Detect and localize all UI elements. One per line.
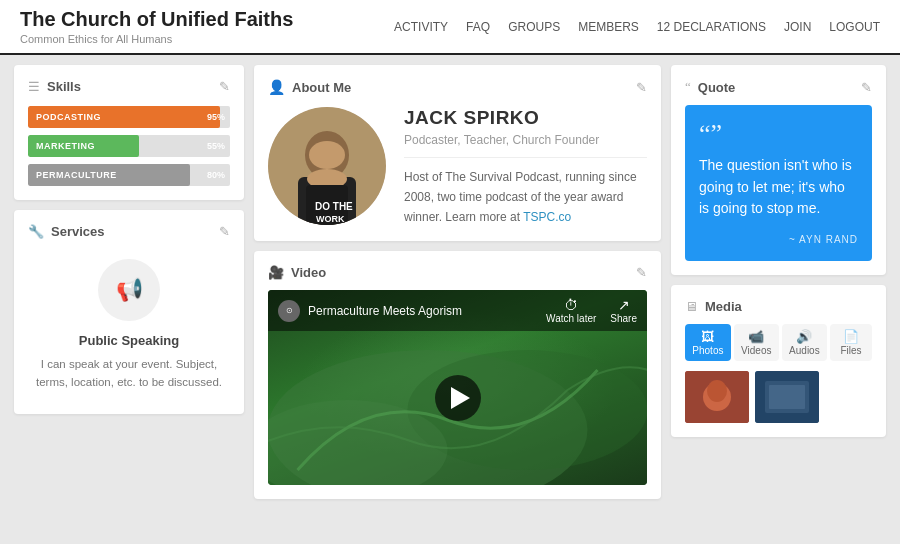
person-bio: Host of The Survival Podcast, running si…	[404, 168, 647, 227]
services-edit-icon[interactable]: ✎	[219, 224, 230, 239]
skills-title: Skills	[47, 79, 81, 94]
videos-tab-label: Videos	[741, 345, 771, 356]
person-icon: 👤	[268, 79, 285, 95]
watch-later-btn[interactable]: ⏱ Watch later	[546, 297, 596, 324]
quote-card-header: “ Quote ✎	[685, 79, 872, 95]
skill-podcasting-label: PODCASTING	[36, 112, 101, 122]
tab-audios[interactable]: 🔊 Audios	[782, 324, 827, 361]
video-clip-title: Permaculture Meets Agorism	[308, 304, 462, 318]
about-title: About Me	[292, 80, 351, 95]
media-thumb-2[interactable]	[755, 371, 819, 423]
quote-icon: “	[685, 79, 691, 95]
skills-card-header: ☰ Skills ✎	[28, 79, 230, 94]
share-label: Share	[610, 313, 637, 324]
skills-card: ☰ Skills ✎ PODCASTING 95% MARKETING 55% …	[14, 65, 244, 200]
person-role: Podcaster, Teacher, Church Founder	[404, 133, 647, 147]
quote-card: “ Quote ✎ “” The question isn't who is g…	[671, 65, 886, 275]
left-column: ☰ Skills ✎ PODCASTING 95% MARKETING 55% …	[14, 65, 244, 539]
media-thumb-1[interactable]	[685, 371, 749, 423]
skill-marketing-label: MARKETING	[36, 141, 95, 151]
skill-podcasting: PODCASTING 95%	[28, 106, 230, 128]
audios-tab-icon: 🔊	[796, 329, 812, 344]
video-icon: 🎥	[268, 265, 284, 280]
video-player[interactable]: ⊙ Permaculture Meets Agorism ⏱ Watch lat…	[268, 290, 647, 485]
nav-join[interactable]: JOIN	[784, 20, 811, 34]
nav-declarations[interactable]: 12 DECLARATIONS	[657, 20, 766, 34]
right-column: “ Quote ✎ “” The question isn't who is g…	[671, 65, 886, 539]
about-card-header: 👤 About Me ✎	[268, 79, 647, 95]
files-tab-label: Files	[840, 345, 861, 356]
svg-text:WORK: WORK	[316, 214, 345, 224]
person-name: JACK SPIRKO	[404, 107, 647, 129]
tab-videos[interactable]: 📹 Videos	[734, 324, 779, 361]
svg-point-2	[309, 141, 345, 169]
nav-groups[interactable]: GROUPS	[508, 20, 560, 34]
photos-tab-icon: 🖼	[701, 329, 714, 344]
brand: The Church of Unified Faiths Common Ethi…	[20, 8, 293, 45]
main-content: ☰ Skills ✎ PODCASTING 95% MARKETING 55% …	[0, 55, 900, 544]
svg-point-13	[707, 380, 727, 402]
files-tab-icon: 📄	[843, 329, 859, 344]
skill-permaculture-pct: 80%	[207, 170, 225, 180]
media-title: Media	[705, 299, 742, 314]
skill-permaculture: PERMACULTURE 80%	[28, 164, 230, 186]
nav-faq[interactable]: FAQ	[466, 20, 490, 34]
service-name: Public Speaking	[79, 333, 179, 348]
bio-text: Host of The Survival Podcast, running si…	[404, 170, 637, 224]
header: The Church of Unified Faiths Common Ethi…	[0, 0, 900, 55]
video-logo-circle: ⊙	[278, 300, 300, 322]
skill-permaculture-label: PERMACULTURE	[36, 170, 117, 180]
watch-later-label: Watch later	[546, 313, 596, 324]
quote-text: The question isn't who is going to let m…	[699, 155, 858, 220]
service-desc: I can speak at your event. Subject, term…	[28, 356, 230, 392]
tab-photos[interactable]: 🖼 Photos	[685, 324, 731, 361]
svg-rect-16	[769, 385, 805, 409]
quote-edit-icon[interactable]: ✎	[861, 80, 872, 95]
bio-link[interactable]: TSPC.co	[523, 210, 571, 224]
wrench-icon: 🔧	[28, 224, 44, 239]
tab-files[interactable]: 📄 Files	[830, 324, 872, 361]
quote-mark-icon: “”	[699, 121, 858, 147]
video-title-label: Video	[291, 265, 326, 280]
about-inner: DO THE WORK JACK SPIRKO Podcaster, Teach…	[268, 107, 647, 227]
video-card-header: 🎥 Video ✎	[268, 265, 647, 280]
photos-tab-label: Photos	[692, 345, 723, 356]
share-btn[interactable]: ↗ Share	[610, 297, 637, 324]
services-title: Services	[51, 224, 105, 239]
about-text: JACK SPIRKO Podcaster, Teacher, Church F…	[404, 107, 647, 227]
quote-block: “” The question isn't who is going to le…	[685, 105, 872, 261]
play-button[interactable]	[435, 375, 481, 421]
video-title-bar: ⊙ Permaculture Meets Agorism ⏱ Watch lat…	[268, 290, 647, 331]
megaphone-icon: 📢	[116, 277, 143, 303]
nav-logout[interactable]: LOGOUT	[829, 20, 880, 34]
skill-podcasting-pct: 95%	[207, 112, 225, 122]
media-tabs: 🖼 Photos 📹 Videos 🔊 Audios 📄 Files	[685, 324, 872, 361]
middle-column: 👤 About Me ✎	[254, 65, 661, 539]
quote-author: ~ AYN RAND	[699, 234, 858, 245]
skill-marketing: MARKETING 55%	[28, 135, 230, 157]
media-icon: 🖥	[685, 299, 698, 314]
services-card-header: 🔧 Services ✎	[28, 224, 230, 239]
media-card: 🖥 Media 🖼 Photos 📹 Videos 🔊 Audios	[671, 285, 886, 437]
video-edit-icon[interactable]: ✎	[636, 265, 647, 280]
nav-members[interactable]: MEMBERS	[578, 20, 639, 34]
media-thumbnails	[685, 371, 872, 423]
main-nav: ACTIVITY FAQ GROUPS MEMBERS 12 DECLARATI…	[394, 20, 880, 34]
skills-edit-icon[interactable]: ✎	[219, 79, 230, 94]
videos-tab-icon: 📹	[748, 329, 764, 344]
skill-marketing-pct: 55%	[207, 141, 225, 151]
megaphone-circle: 📢	[98, 259, 160, 321]
site-subtitle: Common Ethics for All Humans	[20, 33, 293, 45]
nav-activity[interactable]: ACTIVITY	[394, 20, 448, 34]
audios-tab-label: Audios	[789, 345, 820, 356]
media-card-header: 🖥 Media	[685, 299, 872, 314]
services-content: 📢 Public Speaking I can speak at your ev…	[28, 251, 230, 400]
services-card: 🔧 Services ✎ 📢 Public Speaking I can spe…	[14, 210, 244, 414]
avatar: DO THE WORK	[268, 107, 386, 225]
video-card: 🎥 Video ✎	[254, 251, 661, 499]
site-title: The Church of Unified Faiths	[20, 8, 293, 31]
about-card: 👤 About Me ✎	[254, 65, 661, 241]
svg-text:DO THE: DO THE	[315, 201, 353, 212]
quote-title: Quote	[698, 80, 736, 95]
about-edit-icon[interactable]: ✎	[636, 80, 647, 95]
